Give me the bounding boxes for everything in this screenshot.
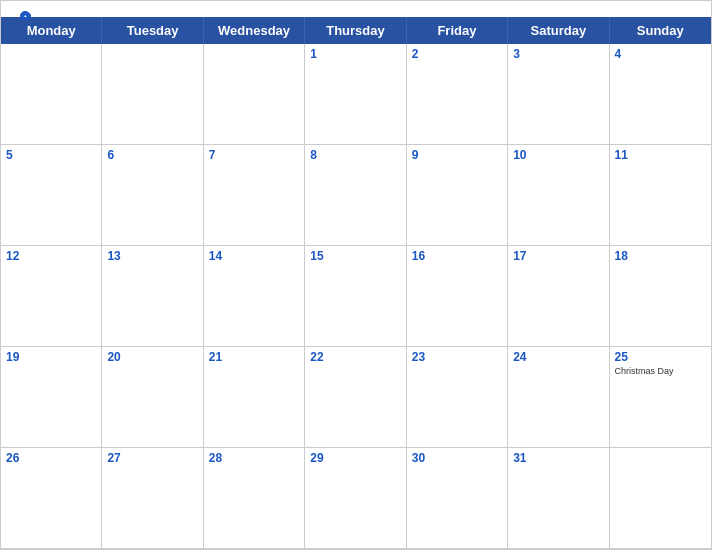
calendar-container: MondayTuesdayWednesdayThursdayFridaySatu… xyxy=(0,0,712,550)
calendar-cell: 18 xyxy=(610,246,711,347)
date-number: 1 xyxy=(310,47,400,61)
date-number: 4 xyxy=(615,47,706,61)
calendar-cell: 21 xyxy=(204,347,305,448)
calendar-cell: 26 xyxy=(1,448,102,549)
date-number: 16 xyxy=(412,249,502,263)
calendar-cell: 30 xyxy=(407,448,508,549)
date-number: 6 xyxy=(107,148,197,162)
calendar-cell: 25Christmas Day xyxy=(610,347,711,448)
calendar-cell: 5 xyxy=(1,145,102,246)
date-number: 3 xyxy=(513,47,603,61)
date-number: 27 xyxy=(107,451,197,465)
date-number: 10 xyxy=(513,148,603,162)
calendar-cell: 20 xyxy=(102,347,203,448)
date-number: 26 xyxy=(6,451,96,465)
calendar-cell: 2 xyxy=(407,44,508,145)
calendar-cell: 11 xyxy=(610,145,711,246)
weekday-header-tuesday: Tuesday xyxy=(102,17,203,44)
calendar-cell xyxy=(102,44,203,145)
weekday-header-friday: Friday xyxy=(407,17,508,44)
date-number: 12 xyxy=(6,249,96,263)
holiday-label: Christmas Day xyxy=(615,366,706,376)
weekday-header-sunday: Sunday xyxy=(610,17,711,44)
date-number: 13 xyxy=(107,249,197,263)
date-number: 28 xyxy=(209,451,299,465)
calendar-cell: 13 xyxy=(102,246,203,347)
calendar-cell: 12 xyxy=(1,246,102,347)
date-number: 9 xyxy=(412,148,502,162)
date-number: 19 xyxy=(6,350,96,364)
calendar-cell: 27 xyxy=(102,448,203,549)
date-number: 8 xyxy=(310,148,400,162)
calendar-header xyxy=(1,1,711,17)
date-number: 11 xyxy=(615,148,706,162)
weekday-header-wednesday: Wednesday xyxy=(204,17,305,44)
calendar-cell: 29 xyxy=(305,448,406,549)
calendar-cell: 19 xyxy=(1,347,102,448)
calendar-cell: 9 xyxy=(407,145,508,246)
calendar-cell: 1 xyxy=(305,44,406,145)
calendar-cell: 4 xyxy=(610,44,711,145)
calendar-cell xyxy=(610,448,711,549)
date-number: 24 xyxy=(513,350,603,364)
date-number: 14 xyxy=(209,249,299,263)
date-number: 31 xyxy=(513,451,603,465)
date-number: 23 xyxy=(412,350,502,364)
date-number: 20 xyxy=(107,350,197,364)
date-number: 15 xyxy=(310,249,400,263)
calendar-cell: 14 xyxy=(204,246,305,347)
date-number: 25 xyxy=(615,350,706,364)
weekday-header-thursday: Thursday xyxy=(305,17,406,44)
calendar-cell: 23 xyxy=(407,347,508,448)
date-number: 22 xyxy=(310,350,400,364)
date-number: 7 xyxy=(209,148,299,162)
calendar-cell: 24 xyxy=(508,347,609,448)
date-number: 30 xyxy=(412,451,502,465)
date-number: 29 xyxy=(310,451,400,465)
date-number: 2 xyxy=(412,47,502,61)
calendar-cell: 28 xyxy=(204,448,305,549)
calendar-cell xyxy=(204,44,305,145)
calendar-cell: 3 xyxy=(508,44,609,145)
calendar-cell: 22 xyxy=(305,347,406,448)
calendar-cell: 31 xyxy=(508,448,609,549)
weekday-header-saturday: Saturday xyxy=(508,17,609,44)
calendar-cell: 10 xyxy=(508,145,609,246)
logo xyxy=(17,9,35,25)
calendar-cell: 6 xyxy=(102,145,203,246)
weekdays-header: MondayTuesdayWednesdayThursdayFridaySatu… xyxy=(1,17,711,44)
logo-bird-icon xyxy=(17,9,33,25)
calendar-grid: 1234567891011121314151617181920212223242… xyxy=(1,44,711,549)
calendar-cell xyxy=(1,44,102,145)
calendar-cell: 7 xyxy=(204,145,305,246)
calendar-cell: 17 xyxy=(508,246,609,347)
date-number: 5 xyxy=(6,148,96,162)
date-number: 18 xyxy=(615,249,706,263)
calendar-cell: 15 xyxy=(305,246,406,347)
calendar-cell: 8 xyxy=(305,145,406,246)
date-number: 21 xyxy=(209,350,299,364)
date-number: 17 xyxy=(513,249,603,263)
calendar-cell: 16 xyxy=(407,246,508,347)
logo-blue xyxy=(17,9,35,25)
